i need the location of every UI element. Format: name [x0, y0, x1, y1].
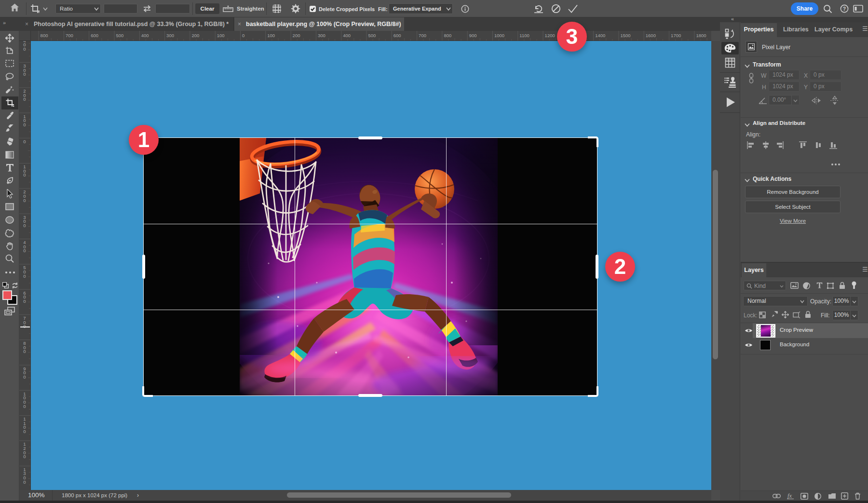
svg-text:1700: 1700 — [671, 33, 681, 38]
svg-text:0: 0 — [23, 71, 26, 77]
svg-text:500: 500 — [116, 33, 124, 38]
svg-text:0: 0 — [23, 454, 26, 459]
svg-text:1200: 1200 — [545, 33, 555, 38]
svg-text:0: 0 — [23, 139, 26, 144]
svg-text:0: 0 — [23, 479, 26, 485]
svg-text:1600: 1600 — [646, 33, 656, 38]
svg-text:600: 600 — [393, 33, 401, 38]
svg-text:600: 600 — [91, 33, 98, 38]
svg-text:0: 0 — [23, 273, 26, 279]
svg-text:900: 900 — [469, 33, 477, 38]
svg-text:0: 0 — [23, 96, 26, 102]
svg-text:700: 700 — [419, 33, 426, 38]
svg-text:0: 0 — [23, 248, 26, 253]
svg-text:0: 0 — [23, 223, 26, 228]
svg-text:200: 200 — [191, 33, 199, 38]
svg-text:0: 0 — [23, 198, 26, 203]
svg-text:1400: 1400 — [595, 33, 605, 38]
svg-text:400: 400 — [141, 33, 149, 38]
svg-text:400: 400 — [343, 33, 351, 38]
svg-text:200: 200 — [293, 33, 300, 38]
svg-text:100: 100 — [267, 33, 275, 38]
svg-text:0: 0 — [242, 33, 244, 38]
svg-text:1800: 1800 — [696, 33, 706, 38]
svg-text:1500: 1500 — [621, 33, 631, 38]
svg-text:0: 0 — [23, 122, 26, 127]
svg-text:500: 500 — [368, 33, 376, 38]
svg-text:0: 0 — [23, 299, 26, 304]
svg-text:1000: 1000 — [494, 33, 504, 38]
svg-text:0: 0 — [23, 374, 26, 380]
svg-text:0: 0 — [23, 172, 26, 177]
svg-text:0: 0 — [23, 46, 26, 52]
svg-text:100: 100 — [217, 33, 225, 38]
svg-text:300: 300 — [318, 33, 326, 38]
svg-text:0: 0 — [23, 349, 26, 354]
svg-text:800: 800 — [444, 33, 451, 38]
svg-text:800: 800 — [41, 33, 48, 38]
svg-text:300: 300 — [166, 33, 174, 38]
svg-text:0: 0 — [23, 404, 26, 409]
svg-text:700: 700 — [66, 33, 73, 38]
svg-text:0: 0 — [23, 429, 26, 434]
svg-text:1100: 1100 — [519, 33, 529, 38]
svg-text:?: ? — [843, 6, 846, 12]
